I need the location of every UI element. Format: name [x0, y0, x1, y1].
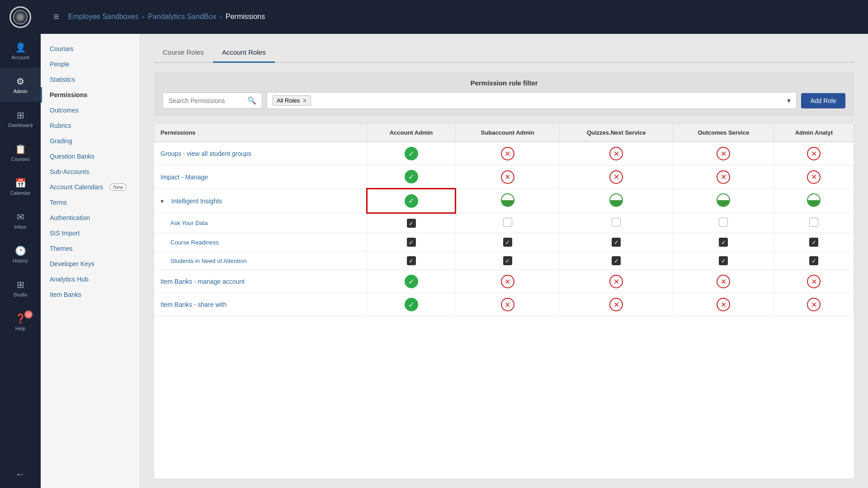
perm-cell-groups-analyst[interactable]: ✕ [774, 142, 854, 165]
perm-cell-groups-subaccount[interactable]: ✕ [455, 142, 560, 165]
nav-item-inbox[interactable]: ✉ Inbox [0, 203, 41, 237]
perm-cell-sa-quizzes[interactable]: ✓ [560, 252, 673, 270]
nav-item-history[interactable]: 🕐 History [0, 237, 41, 271]
perm-cell-insights-subaccount[interactable] [455, 189, 560, 213]
perm-cell-cr-account-admin[interactable]: ✓ [367, 233, 456, 252]
perm-cell-sa-subaccount[interactable]: ✓ [455, 252, 560, 270]
checkbox-checked-icon: ✓ [503, 256, 512, 265]
breadcrumb-pandalytics[interactable]: Pandalytics SandBox [148, 13, 216, 21]
perm-cell-ibm-analyst[interactable]: ✕ [774, 270, 854, 293]
tab-course-roles[interactable]: Course Roles [154, 43, 213, 63]
perm-cell-insights-quizzes[interactable] [560, 189, 673, 213]
roles-dropdown-chevron[interactable]: ▾ [787, 96, 791, 105]
tab-account-roles[interactable]: Account Roles [213, 43, 275, 63]
nav-item-courses[interactable]: 📋 Courses [0, 136, 41, 169]
nav-item-account[interactable]: 👤 Account [0, 34, 41, 68]
perm-cell-insights-outcomes[interactable] [673, 189, 774, 213]
sidebar-item-account-calendars[interactable]: Account Calendars New [41, 179, 140, 195]
search-permissions-input[interactable] [169, 97, 244, 104]
perm-cell-groups-quizzes[interactable]: ✕ [560, 142, 673, 165]
search-box[interactable]: 🔍 [163, 93, 262, 108]
add-role-button[interactable]: Add Role [801, 93, 845, 108]
x-red-icon: ✕ [501, 275, 514, 288]
sidebar-item-statistics[interactable]: Statistics [41, 72, 140, 87]
account-icon: 👤 [15, 42, 26, 53]
sidebar-item-themes[interactable]: Themes [41, 241, 140, 256]
checkbox-checked-icon: ✓ [809, 256, 818, 265]
permissions-grid: Permissions Account Admin Subaccount Adm… [154, 124, 854, 316]
perm-cell-impact-outcomes[interactable]: ✕ [673, 165, 774, 189]
nav-label-history: History [13, 258, 28, 263]
perm-name-intelligent-insights: ▾ Intelligent Insights [154, 189, 367, 213]
perm-cell-cr-subaccount[interactable]: ✓ [455, 233, 560, 252]
sidebar-item-authentication[interactable]: Authentication [41, 210, 140, 225]
nav-item-studio[interactable]: ⊞ Studio [0, 271, 41, 305]
perm-cell-ibs-outcomes[interactable]: ✕ [673, 293, 774, 316]
perm-cell-ibm-outcomes[interactable]: ✕ [673, 270, 774, 293]
nav-item-help[interactable]: 10 ❓ Help [0, 305, 41, 339]
perm-cell-cr-quizzes[interactable]: ✓ [560, 233, 673, 252]
sidebar-item-rubrics[interactable]: Rubrics [41, 118, 140, 133]
perm-cell-insights-account-admin-highlighted[interactable]: ✓ [367, 189, 456, 213]
content-area: Courses People Statistics Permissions Ou… [41, 34, 868, 488]
sidebar-item-analytics-hub[interactable]: Analytics Hub [41, 272, 140, 287]
sidebar-item-permissions[interactable]: Permissions [41, 87, 140, 103]
perm-cell-ask-account-admin[interactable]: ✓ [367, 213, 456, 233]
checkbox-empty-icon [612, 218, 621, 227]
breadcrumb-employee-sandboxes[interactable]: Employee Sandboxes [68, 13, 139, 21]
perm-cell-sa-account-admin[interactable]: ✓ [367, 252, 456, 270]
nav-item-admin[interactable]: ⚙ Admin [0, 68, 41, 102]
sidebar-item-item-banks[interactable]: Item Banks [41, 287, 140, 302]
perm-name-item-banks-share: Item Banks - share with [154, 293, 367, 316]
x-red-icon: ✕ [807, 275, 821, 288]
sidebar-item-developer-keys[interactable]: Developer Keys [41, 256, 140, 272]
sidebar-item-question-banks[interactable]: Question Banks [41, 149, 140, 164]
perm-cell-ibs-quizzes[interactable]: ✕ [560, 293, 673, 316]
sidebar-item-grading[interactable]: Grading [41, 133, 140, 149]
sidebar-item-sub-accounts[interactable]: Sub-Accounts [41, 164, 140, 179]
perm-cell-ibs-subaccount[interactable]: ✕ [455, 293, 560, 316]
sidebar-item-terms[interactable]: Terms [41, 195, 140, 210]
nav-item-calendar[interactable]: 📅 Calendar [0, 169, 41, 203]
perm-cell-ibm-account-admin[interactable]: ✓ [367, 270, 456, 293]
perm-cell-impact-subaccount[interactable]: ✕ [455, 165, 560, 189]
perm-cell-ibs-analyst[interactable]: ✕ [774, 293, 854, 316]
perm-cell-impact-account-admin[interactable]: ✓ [367, 165, 456, 189]
perm-cell-sa-analyst[interactable]: ✓ [774, 252, 854, 270]
checkbox-empty-icon [719, 218, 728, 227]
nav-label-courses: Courses [11, 156, 30, 162]
perm-cell-groups-account-admin[interactable]: ✓ [367, 142, 456, 165]
perm-cell-impact-quizzes[interactable]: ✕ [560, 165, 673, 189]
perm-name-groups: Groups - view all student groups [154, 142, 367, 165]
perm-cell-cr-analyst[interactable]: ✓ [774, 233, 854, 252]
nav-label-account: Account [11, 55, 29, 60]
table-row: Impact - Manage ✓ ✕ ✕ [154, 165, 854, 189]
roles-filter[interactable]: All Roles ✕ ▾ [267, 92, 797, 109]
perm-cell-ibs-account-admin[interactable]: ✓ [367, 293, 456, 316]
perm-cell-ibm-quizzes[interactable]: ✕ [560, 270, 673, 293]
dashboard-icon: ⊞ [17, 110, 24, 121]
perm-cell-ask-quizzes[interactable] [560, 213, 673, 233]
expand-chevron-button[interactable]: ▾ [160, 197, 168, 205]
perm-cell-ibm-subaccount[interactable]: ✕ [455, 270, 560, 293]
perm-cell-ask-subaccount[interactable] [455, 213, 560, 233]
x-red-icon: ✕ [609, 170, 623, 184]
perm-cell-impact-analyst[interactable]: ✕ [774, 165, 854, 189]
x-red-icon: ✕ [717, 147, 730, 160]
sidebar-item-people[interactable]: People [41, 56, 140, 72]
logo-icon [9, 6, 31, 28]
perm-cell-sa-outcomes[interactable]: ✓ [673, 252, 774, 270]
collapse-nav-button[interactable]: ← [0, 461, 41, 488]
perm-cell-cr-outcomes[interactable]: ✓ [673, 233, 774, 252]
sidebar-item-courses[interactable]: Courses [41, 41, 140, 56]
nav-item-dashboard[interactable]: ⊞ Dashboard [0, 102, 41, 136]
perm-cell-ask-analyst[interactable] [774, 213, 854, 233]
courses-icon: 📋 [15, 144, 26, 155]
perm-cell-ask-outcomes[interactable] [673, 213, 774, 233]
perm-cell-insights-analyst[interactable] [774, 189, 854, 213]
remove-all-roles-button[interactable]: ✕ [302, 98, 307, 104]
perm-cell-groups-outcomes[interactable]: ✕ [673, 142, 774, 165]
hamburger-button[interactable]: ≡ [50, 7, 63, 26]
sidebar-item-sis-import[interactable]: SIS Import [41, 225, 140, 241]
sidebar-item-outcomes[interactable]: Outcomes [41, 103, 140, 118]
